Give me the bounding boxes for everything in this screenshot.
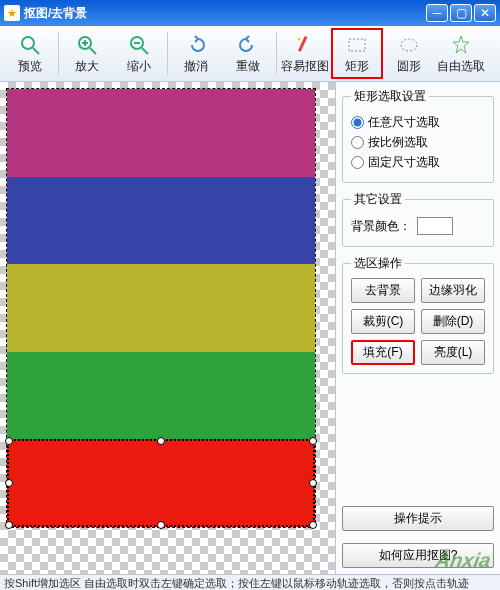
- remove-bg-button[interactable]: 去背景: [351, 278, 415, 303]
- svg-point-0: [22, 37, 34, 49]
- wand-icon: [293, 32, 317, 58]
- hints-button[interactable]: 操作提示: [342, 506, 494, 531]
- ellipse-tool-button[interactable]: 圆形: [383, 28, 435, 79]
- freehand-icon: [449, 32, 473, 58]
- easy-cutout-button[interactable]: 容易抠图: [279, 28, 331, 79]
- selection-stripe: [7, 439, 315, 527]
- sidebar: 矩形选取设置 任意尺寸选取 按比例选取 固定尺寸选取 其它设置 背景颜色： 选区…: [335, 82, 500, 574]
- redo-icon: [236, 32, 260, 58]
- redo-button[interactable]: 重做: [222, 28, 274, 79]
- svg-line-8: [142, 48, 148, 54]
- rect-settings-group: 矩形选取设置 任意尺寸选取 按比例选取 固定尺寸选取: [342, 88, 494, 183]
- brightness-button[interactable]: 亮度(L): [421, 340, 485, 365]
- canvas-area[interactable]: [0, 82, 335, 574]
- rectangle-icon: [345, 32, 369, 58]
- selection-ops-group: 选区操作 去背景 边缘羽化 裁剪(C) 删除(D) 填充(F) 亮度(L): [342, 255, 494, 374]
- radio-any-size[interactable]: 任意尺寸选取: [351, 114, 485, 131]
- delete-button[interactable]: 删除(D): [421, 309, 485, 334]
- app-icon: ★: [4, 5, 20, 21]
- svg-point-12: [401, 39, 417, 51]
- rectangle-tool-button[interactable]: 矩形: [331, 28, 383, 79]
- how-to-button[interactable]: 如何应用抠图?: [342, 543, 494, 568]
- svg-rect-11: [349, 39, 365, 51]
- toolbar: 预览 放大 缩小 撤消 重做 容易抠图 矩形 圆形 自由选取: [0, 26, 500, 82]
- window-title: 抠图/去背景: [24, 5, 424, 22]
- image-preview: [6, 88, 316, 528]
- fill-button[interactable]: 填充(F): [351, 340, 415, 365]
- maximize-button[interactable]: ▢: [450, 4, 472, 22]
- zoom-out-icon: [127, 32, 151, 58]
- ellipse-icon: [397, 32, 421, 58]
- feather-button[interactable]: 边缘羽化: [421, 278, 485, 303]
- radio-fixed[interactable]: 固定尺寸选取: [351, 154, 485, 171]
- freehand-tool-button[interactable]: 自由选取: [435, 28, 487, 79]
- selection-rectangle[interactable]: [7, 439, 315, 527]
- svg-point-10: [298, 38, 301, 41]
- bg-color-picker[interactable]: [417, 217, 453, 235]
- statusbar: 按Shift增加选区 自由选取时双击左键确定选取；按住左键以鼠标移动轨迹选取，否…: [0, 574, 500, 590]
- minimize-button[interactable]: ─: [426, 4, 448, 22]
- bg-color-label: 背景颜色：: [351, 218, 411, 235]
- undo-button[interactable]: 撤消: [170, 28, 222, 79]
- svg-line-1: [33, 48, 39, 54]
- zoom-in-button[interactable]: 放大: [61, 28, 113, 79]
- svg-line-5: [90, 48, 96, 54]
- titlebar: ★ 抠图/去背景 ─ ▢ ✕: [0, 0, 500, 26]
- radio-ratio[interactable]: 按比例选取: [351, 134, 485, 151]
- zoom-in-icon: [75, 32, 99, 58]
- close-button[interactable]: ✕: [474, 4, 496, 22]
- undo-icon: [184, 32, 208, 58]
- preview-button[interactable]: 预览: [4, 28, 56, 79]
- zoom-out-button[interactable]: 缩小: [113, 28, 165, 79]
- other-settings-group: 其它设置 背景颜色：: [342, 191, 494, 247]
- magnifier-icon: [18, 32, 42, 58]
- crop-button[interactable]: 裁剪(C): [351, 309, 415, 334]
